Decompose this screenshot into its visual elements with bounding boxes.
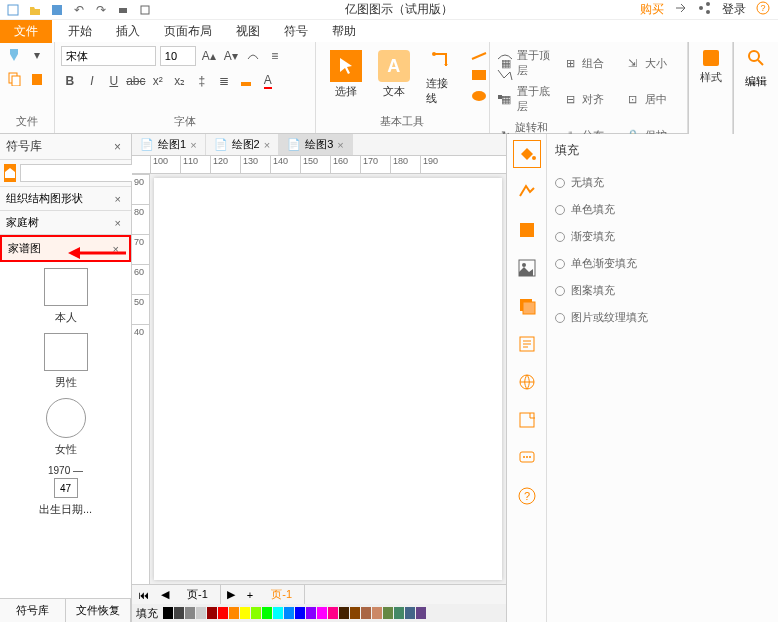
align-button[interactable]: ⊟对齐 xyxy=(558,82,619,116)
tab-close-icon[interactable]: × xyxy=(337,139,343,151)
subscript-button[interactable]: x₂ xyxy=(171,72,189,90)
color-swatch[interactable] xyxy=(295,607,305,619)
color-swatch[interactable] xyxy=(273,607,283,619)
tab-close-icon[interactable]: × xyxy=(264,139,270,151)
help-panel-icon[interactable]: ? xyxy=(513,482,541,510)
color-swatch[interactable] xyxy=(229,607,239,619)
login-link[interactable]: 登录 xyxy=(722,1,746,18)
color-swatch[interactable] xyxy=(306,607,316,619)
copy-icon[interactable] xyxy=(6,70,24,88)
color-swatch[interactable] xyxy=(163,607,173,619)
paste-icon[interactable] xyxy=(28,70,46,88)
fill-texture[interactable]: 图片或纹理填充 xyxy=(555,304,770,331)
color-swatch[interactable] xyxy=(383,607,393,619)
bold-button[interactable]: B xyxy=(61,72,79,90)
font-color-icon[interactable]: A xyxy=(259,72,277,90)
menu-help[interactable]: 帮助 xyxy=(320,20,368,43)
file-menu[interactable]: 文件 xyxy=(0,20,52,43)
hyperlink-icon[interactable] xyxy=(513,368,541,396)
share-icon[interactable] xyxy=(698,1,712,18)
text-prop-icon[interactable] xyxy=(513,330,541,358)
menu-layout[interactable]: 页面布局 xyxy=(152,20,224,43)
drawing-canvas[interactable] xyxy=(154,178,502,580)
style-button[interactable]: 样式 xyxy=(699,46,723,85)
print-icon[interactable] xyxy=(116,3,130,17)
color-swatch[interactable] xyxy=(262,607,272,619)
superscript-button[interactable]: x² xyxy=(149,72,167,90)
color-swatch[interactable] xyxy=(361,607,371,619)
layer-icon[interactable] xyxy=(513,292,541,320)
bullet-icon[interactable]: ≡ xyxy=(266,47,284,65)
image-icon[interactable] xyxy=(513,254,541,282)
color-swatch[interactable] xyxy=(405,607,415,619)
ellipse-shape-icon[interactable] xyxy=(470,89,488,106)
redo-icon[interactable]: ↷ xyxy=(94,3,108,17)
color-swatch[interactable] xyxy=(339,607,349,619)
doc-tab-2[interactable]: 📄绘图2× xyxy=(206,134,280,155)
color-swatch[interactable] xyxy=(394,607,404,619)
symbol-self[interactable]: 本人 xyxy=(6,268,125,325)
save-icon[interactable] xyxy=(50,3,64,17)
color-swatch[interactable] xyxy=(251,607,261,619)
panel-tab-recover[interactable]: 文件恢复 xyxy=(66,599,132,622)
color-swatch[interactable] xyxy=(185,607,195,619)
shadow-icon[interactable] xyxy=(513,216,541,244)
color-swatch[interactable] xyxy=(174,607,184,619)
dropdown-icon[interactable]: ▾ xyxy=(28,46,46,64)
color-swatch[interactable] xyxy=(240,607,250,619)
send-back-button[interactable]: ▦置于底层 xyxy=(496,82,557,116)
doc-tab-3[interactable]: 📄绘图3× xyxy=(279,134,353,155)
undo-icon[interactable]: ↶ xyxy=(72,3,86,17)
page-next-icon[interactable]: ▶ xyxy=(221,588,241,601)
strike-button[interactable]: abc xyxy=(127,72,145,90)
menu-insert[interactable]: 插入 xyxy=(104,20,152,43)
symbol-male[interactable]: 男性 xyxy=(6,333,125,390)
font-size-select[interactable] xyxy=(160,46,196,66)
open-icon[interactable] xyxy=(28,3,42,17)
buy-link[interactable]: 购买 xyxy=(640,1,664,18)
fill-solid[interactable]: 单色填充 xyxy=(555,196,770,223)
fill-pattern[interactable]: 图案填充 xyxy=(555,277,770,304)
line-style-icon[interactable] xyxy=(513,178,541,206)
color-swatch[interactable] xyxy=(218,607,228,619)
page-tab-1[interactable]: 页-1 xyxy=(175,585,221,604)
color-swatch[interactable] xyxy=(284,607,294,619)
group-button[interactable]: ⊞组合 xyxy=(558,46,619,80)
fill-mono-gradient[interactable]: 单色渐变填充 xyxy=(555,250,770,277)
bring-front-button[interactable]: ▦置于顶层 xyxy=(496,46,557,80)
color-swatch[interactable] xyxy=(317,607,327,619)
fill-gradient[interactable]: 渐变填充 xyxy=(555,223,770,250)
color-swatch[interactable] xyxy=(416,607,426,619)
page-prev-icon[interactable]: ◀ xyxy=(155,588,175,601)
find-button[interactable] xyxy=(744,46,768,70)
preview-icon[interactable] xyxy=(138,3,152,17)
color-swatch[interactable] xyxy=(196,607,206,619)
color-swatch[interactable] xyxy=(328,607,338,619)
panel-tab-symbols[interactable]: 符号库 xyxy=(0,599,66,622)
italic-button[interactable]: I xyxy=(83,72,101,90)
category-family-tree[interactable]: 家庭树× xyxy=(0,211,131,235)
curve-text-icon[interactable] xyxy=(244,47,262,65)
color-swatch[interactable] xyxy=(372,607,382,619)
line-spacing-icon[interactable]: ‡ xyxy=(193,72,211,90)
underline-button[interactable]: U xyxy=(105,72,123,90)
color-swatch[interactable] xyxy=(207,607,217,619)
home-icon[interactable] xyxy=(4,164,16,182)
decrease-font-icon[interactable]: A▾ xyxy=(222,47,240,65)
align-icon[interactable]: ≣ xyxy=(215,72,233,90)
new-icon[interactable] xyxy=(6,3,20,17)
size-button[interactable]: ⇲大小 xyxy=(621,46,682,80)
line-shape-icon[interactable] xyxy=(470,50,488,64)
page-add-icon[interactable]: + xyxy=(241,589,259,601)
increase-font-icon[interactable]: A▴ xyxy=(200,47,218,65)
menu-symbol[interactable]: 符号 xyxy=(272,20,320,43)
connector-tool[interactable]: 连接线 xyxy=(418,46,466,106)
close-icon[interactable]: × xyxy=(110,140,125,154)
color-swatch[interactable] xyxy=(350,607,360,619)
symbol-birthdate[interactable]: 1970 — 47 出生日期... xyxy=(6,465,125,517)
tab-close-icon[interactable]: × xyxy=(190,139,196,151)
format-painter-icon[interactable] xyxy=(6,46,24,64)
page-tab-2[interactable]: 页-1 xyxy=(259,585,305,604)
category-org-chart[interactable]: 组织结构图形状× xyxy=(0,187,131,211)
fill-none[interactable]: 无填充 xyxy=(555,169,770,196)
